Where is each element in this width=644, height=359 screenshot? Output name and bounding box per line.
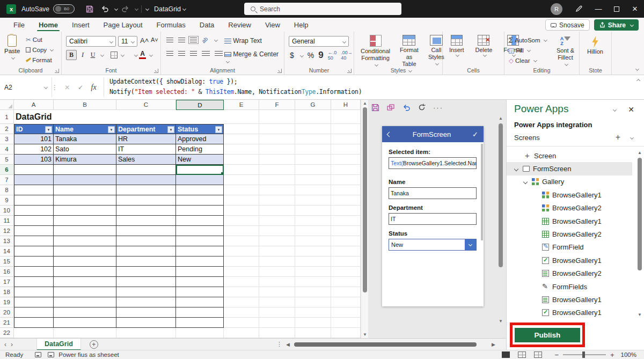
cell-A21[interactable] (14, 318, 54, 328)
cell-A8[interactable] (14, 185, 54, 195)
cell-G3[interactable] (295, 134, 331, 144)
cell-B18[interactable] (54, 287, 116, 297)
insert-function-icon[interactable]: fx (91, 83, 97, 92)
cell-E12[interactable] (224, 226, 259, 236)
italic-button[interactable]: I (78, 50, 87, 60)
cell-G7[interactable] (295, 175, 331, 185)
cell-C16[interactable] (116, 267, 176, 277)
cell-E7[interactable] (224, 175, 259, 185)
wrap-text-button[interactable]: Wrap Text (224, 37, 262, 45)
cell-E21[interactable] (224, 318, 259, 328)
shrink-font-button[interactable]: A˅ (151, 36, 158, 43)
currency-button[interactable]: $ (290, 51, 294, 60)
zoom-in-icon[interactable]: + (610, 351, 614, 359)
cell-D16[interactable] (176, 267, 224, 277)
column-header-F[interactable]: F (259, 100, 295, 110)
tab-view[interactable]: View (258, 18, 287, 32)
cell-H13[interactable] (331, 236, 361, 246)
cell-E2[interactable] (224, 124, 259, 134)
name-field-input[interactable] (389, 187, 477, 199)
cell-H6[interactable] (331, 165, 361, 175)
cell-B12[interactable] (54, 226, 116, 236)
row-header-22[interactable]: 22 (0, 328, 14, 338)
cell-D11[interactable] (176, 216, 224, 226)
cell-F19[interactable] (259, 297, 295, 307)
pane-collapse-icon[interactable] (613, 108, 617, 112)
cell-F16[interactable] (259, 267, 295, 277)
cell-E16[interactable] (224, 267, 259, 277)
tree-item-browsegallery2[interactable]: BrowseGallery2 (507, 202, 632, 215)
cell-A4[interactable]: 102 (14, 144, 54, 155)
cell-B20[interactable] (54, 307, 116, 318)
cell-H4[interactable] (331, 144, 361, 155)
orientation-icon[interactable]: ab (201, 36, 209, 45)
canvas-save-icon[interactable] (371, 104, 379, 112)
tree-item-formfield[interactable]: FormField (507, 241, 632, 254)
more-icon[interactable]: ⋮ (276, 341, 282, 348)
formula-input[interactable]: UpdateContext({ showDialog: true });Noti… (104, 75, 644, 99)
row-header-19[interactable]: 19 (0, 297, 14, 307)
pane-close-icon[interactable]: ✕ (628, 105, 634, 114)
cell-D12[interactable] (176, 226, 224, 236)
cell-H8[interactable] (331, 185, 361, 195)
cell-E22[interactable] (224, 328, 259, 338)
tree-item-screen[interactable]: +Screen (507, 149, 632, 162)
cell-D3[interactable]: Approved (176, 134, 224, 144)
cell-F3[interactable] (259, 134, 295, 144)
cell-B21[interactable] (54, 318, 116, 328)
cell-C18[interactable] (116, 287, 176, 297)
filter-dropdown-icon[interactable]: ▼ (215, 126, 222, 133)
scroll-left-icon[interactable]: ◀ (286, 342, 290, 347)
align-left-icon[interactable] (166, 51, 173, 56)
document-title[interactable]: DataGrid (154, 5, 181, 13)
comma-style-button[interactable]: 9 (318, 53, 323, 58)
name-box[interactable]: A2 (0, 75, 52, 99)
cancel-icon[interactable]: ✕ (64, 84, 70, 91)
scroll-down-icon[interactable]: ▼ (497, 319, 504, 324)
row-header-13[interactable]: 13 (0, 236, 14, 246)
scroll-up-icon[interactable]: ▲ (636, 150, 643, 155)
decrease-indent-icon[interactable] (202, 51, 210, 56)
cell-F5[interactable] (259, 155, 295, 165)
back-icon[interactable] (387, 131, 392, 137)
number-format-select[interactable]: General (289, 36, 349, 47)
status-dropdown[interactable]: New (389, 239, 477, 251)
cell-F6[interactable] (259, 165, 295, 175)
paste-button[interactable]: Paste (4, 35, 20, 62)
cell-A1[interactable]: DataGrid (14, 110, 54, 124)
tree-item-browsegallery2[interactable]: BrowseGallery2 (507, 228, 632, 240)
cell-B15[interactable] (54, 257, 116, 267)
cell-B5[interactable]: Kimura (54, 155, 116, 165)
avatar[interactable]: R (551, 3, 562, 15)
number-dialog-launcher[interactable] (347, 69, 352, 73)
increase-decimal-button[interactable]: ←.050 (328, 50, 337, 61)
column-header-H[interactable]: H (331, 100, 361, 110)
screens-collapse-icon[interactable] (630, 136, 634, 140)
cell-B1[interactable] (54, 110, 116, 124)
cell-B22[interactable] (54, 328, 116, 338)
grid-vertical-scrollbar[interactable]: ▲ ▼ (361, 100, 368, 338)
cell-E9[interactable] (224, 195, 259, 206)
row-header-9[interactable]: 9 (0, 195, 14, 206)
cell-C2[interactable]: Department▼ (116, 124, 176, 134)
redo-button[interactable] (121, 5, 129, 12)
row-header-4[interactable]: 4 (0, 144, 14, 155)
cell-H18[interactable] (331, 287, 361, 297)
cell-C9[interactable] (116, 195, 176, 206)
zoom-slider-thumb[interactable] (582, 351, 585, 358)
cell-A2[interactable]: ID▼ (14, 124, 54, 134)
cell-H9[interactable] (331, 195, 361, 206)
tree-item-browsegallery1[interactable]: BrowseGallery1 (507, 215, 632, 228)
row-header-17[interactable]: 17 (0, 277, 14, 287)
cell-G4[interactable] (295, 144, 331, 155)
cell-B16[interactable] (54, 267, 116, 277)
alignment-dialog-launcher[interactable] (277, 69, 282, 73)
cell-C20[interactable] (116, 307, 176, 318)
cell-G8[interactable] (295, 185, 331, 195)
insert-cells-button[interactable]: Insert (446, 34, 467, 57)
undo-dropdown-icon[interactable] (114, 7, 118, 11)
tree-scroll-thumb[interactable] (638, 158, 642, 270)
cell-G19[interactable] (295, 297, 331, 307)
tab-review[interactable]: Review (221, 18, 258, 32)
cell-C6[interactable] (116, 165, 176, 175)
